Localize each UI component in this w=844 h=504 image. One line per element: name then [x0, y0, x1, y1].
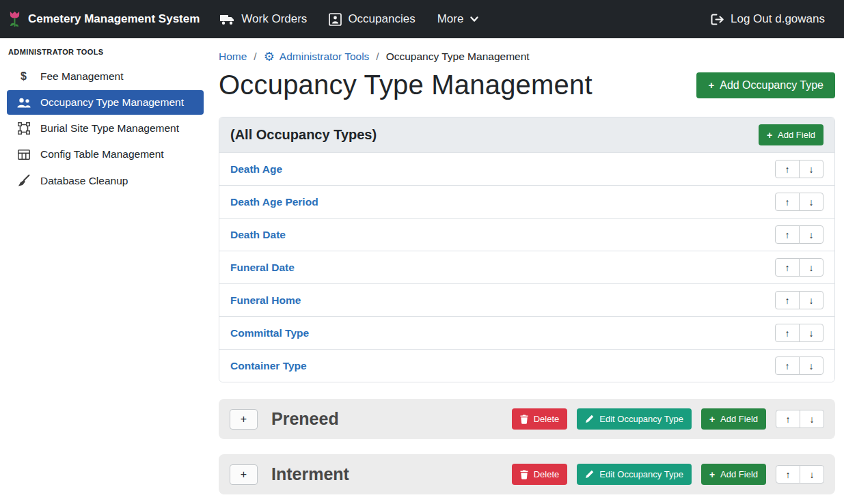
expand-button[interactable]: +	[230, 409, 258, 430]
sidebar: ADMINISTRATOR TOOLS $ Fee Management Occ…	[0, 38, 210, 504]
top-navbar: Cemetery Management System Work Orders O…	[0, 0, 844, 38]
field-link[interactable]: Death Date	[230, 229, 286, 241]
field-row: Death Age ↑ ↓	[219, 152, 834, 185]
field-link[interactable]: Container Type	[230, 360, 307, 372]
nav-work-orders-label: Work Orders	[241, 12, 307, 26]
sidebar-item-database-cleanup[interactable]: Database Cleanup	[7, 168, 204, 193]
sidebar-item-label: Database Cleanup	[40, 175, 128, 187]
move-down-button[interactable]: ↓	[799, 324, 823, 342]
add-field-button[interactable]: + Add Field	[701, 408, 766, 430]
logout-label: Log Out d.gowans	[731, 12, 825, 26]
move-down-button[interactable]: ↓	[800, 465, 824, 484]
reorder-group: ↑ ↓	[775, 291, 823, 309]
delete-label: Delete	[534, 469, 560, 479]
field-link[interactable]: Committal Type	[230, 327, 309, 339]
trash-icon	[520, 470, 528, 479]
move-up-button[interactable]: ↑	[776, 465, 800, 484]
move-down-button[interactable]: ↓	[799, 258, 823, 277]
edit-occupancy-type-button[interactable]: Edit Occupancy Type	[577, 464, 692, 485]
occupancy-type-section-preneed: + Preneed Delete	[219, 399, 835, 439]
title-row: Occupancy Type Management + Add Occupanc…	[219, 70, 835, 100]
main-content: Home / ⚙ Administrator Tools / Occupancy…	[210, 38, 844, 504]
move-down-button[interactable]: ↓	[800, 410, 824, 428]
gear-icon: ⚙	[264, 51, 275, 63]
breadcrumb-home-link[interactable]: Home	[219, 51, 247, 63]
expand-button[interactable]: +	[230, 464, 258, 485]
all-occupancy-types-card: (All Occupancy Types) + Add Field Death …	[219, 117, 835, 382]
truck-icon	[220, 14, 235, 25]
sidebar-item-burial-site-type-management[interactable]: Burial Site Type Management	[7, 116, 204, 141]
field-row: Container Type ↑ ↓	[219, 349, 834, 382]
move-down-button[interactable]: ↓	[799, 356, 823, 375]
move-up-button[interactable]: ↑	[776, 410, 800, 428]
add-field-label: Add Field	[720, 469, 758, 479]
section-title: Interment	[271, 464, 349, 484]
person-frame-icon	[329, 13, 342, 26]
app-brand[interactable]: Cemetery Management System	[8, 11, 200, 28]
app-title: Cemetery Management System	[28, 12, 200, 26]
field-link[interactable]: Funeral Home	[230, 294, 301, 307]
reorder-group: ↑ ↓	[775, 193, 823, 211]
pencil-icon	[585, 415, 594, 423]
move-up-button[interactable]: ↑	[775, 193, 800, 211]
chevron-down-icon	[469, 14, 479, 24]
delete-button[interactable]: Delete	[512, 408, 568, 430]
reorder-group: ↑ ↓	[775, 356, 823, 375]
breadcrumb-admin-tools-label: Administrator Tools	[280, 51, 370, 63]
move-up-button[interactable]: ↑	[775, 258, 800, 277]
breadcrumb-separator: /	[254, 51, 256, 63]
nav-work-orders[interactable]: Work Orders	[209, 12, 318, 26]
delete-label: Delete	[534, 414, 560, 424]
page-title: Occupancy Type Management	[219, 70, 593, 100]
breadcrumb-admin-tools-link[interactable]: ⚙ Administrator Tools	[264, 51, 370, 63]
nav-more[interactable]: More	[426, 12, 491, 26]
reorder-group: ↑ ↓	[776, 465, 824, 484]
logout-icon	[711, 14, 724, 25]
edit-occupancy-type-button[interactable]: Edit Occupancy Type	[577, 408, 692, 430]
move-up-button[interactable]: ↑	[775, 324, 800, 342]
breadcrumb-separator: /	[376, 51, 379, 63]
users-icon	[16, 98, 31, 108]
plus-icon: +	[708, 80, 714, 90]
sidebar-item-label: Fee Management	[40, 70, 124, 83]
section-actions: Delete Edit Occupancy Type + Add Field ↑	[512, 464, 824, 485]
sidebar-item-config-table-management[interactable]: Config Table Management	[7, 142, 204, 167]
move-up-button[interactable]: ↑	[775, 225, 800, 244]
field-row: Death Age Period ↑ ↓	[219, 185, 834, 218]
move-down-button[interactable]: ↓	[799, 225, 823, 244]
field-row: Funeral Date ↑ ↓	[219, 251, 834, 283]
trash-icon	[520, 415, 528, 424]
move-down-button[interactable]: ↓	[799, 160, 823, 178]
reorder-group: ↑ ↓	[775, 160, 823, 178]
add-field-button[interactable]: + Add Field	[701, 464, 766, 485]
breadcrumb-current: Occupancy Type Management	[386, 51, 530, 63]
add-field-button[interactable]: + Add Field	[759, 124, 823, 145]
move-up-button[interactable]: ↑	[775, 291, 800, 309]
add-field-label: Add Field	[720, 414, 758, 424]
plus-icon: +	[709, 470, 715, 479]
field-link[interactable]: Death Age	[230, 163, 282, 176]
sidebar-item-occupancy-type-management[interactable]: Occupancy Type Management	[7, 90, 204, 115]
move-up-button[interactable]: ↑	[775, 356, 800, 375]
field-row: Committal Type ↑ ↓	[219, 316, 834, 349]
sidebar-item-fee-management[interactable]: $ Fee Management	[7, 64, 204, 89]
field-row: Funeral Home ↑ ↓	[219, 283, 834, 316]
vector-square-icon	[16, 122, 31, 135]
field-link[interactable]: Funeral Date	[230, 262, 295, 274]
field-link[interactable]: Death Age Period	[230, 196, 318, 208]
field-row: Death Date ↑ ↓	[219, 218, 834, 251]
card-header: (All Occupancy Types) + Add Field	[219, 117, 834, 152]
add-occupancy-type-button[interactable]: + Add Occupancy Type	[696, 72, 835, 98]
delete-button[interactable]: Delete	[512, 464, 568, 485]
page-layout: ADMINISTRATOR TOOLS $ Fee Management Occ…	[0, 38, 844, 504]
move-up-button[interactable]: ↑	[775, 160, 800, 178]
move-down-button[interactable]: ↓	[799, 193, 823, 211]
logout-link[interactable]: Log Out d.gowans	[700, 12, 836, 26]
plus-icon: +	[709, 415, 715, 424]
table-icon	[16, 150, 31, 160]
nav-occupancies[interactable]: Occupancies	[318, 12, 426, 26]
card-title: (All Occupancy Types)	[230, 127, 377, 143]
nav-more-label: More	[437, 12, 464, 26]
move-down-button[interactable]: ↓	[799, 291, 823, 309]
pencil-icon	[585, 470, 594, 479]
